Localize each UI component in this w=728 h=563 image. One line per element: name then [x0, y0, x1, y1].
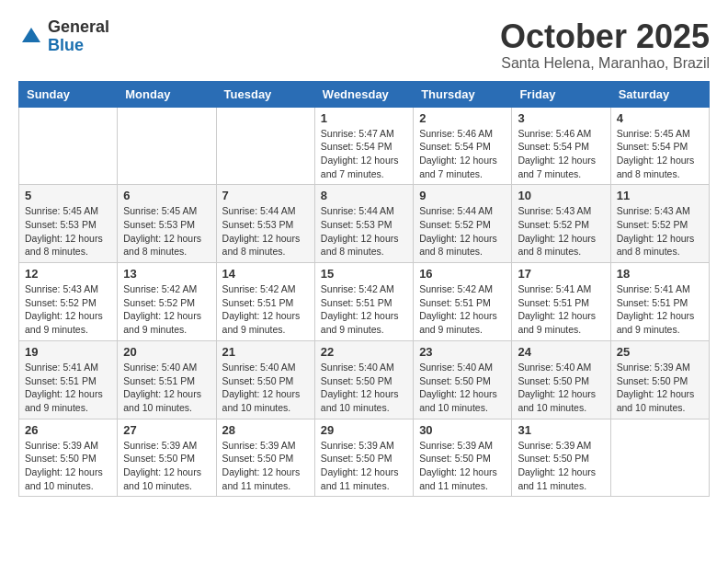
logo: General Blue [18, 18, 109, 55]
day-info: Sunrise: 5:39 AM Sunset: 5:50 PM Dayligh… [617, 361, 703, 415]
calendar-cell [610, 419, 709, 497]
day-number: 8 [321, 189, 407, 202]
calendar-cell: 9Sunrise: 5:44 AM Sunset: 5:52 PM Daylig… [414, 185, 512, 263]
calendar-cell: 24Sunrise: 5:40 AM Sunset: 5:50 PM Dayli… [512, 340, 610, 419]
location: Santa Helena, Maranhao, Brazil [500, 55, 710, 72]
calendar-cell: 29Sunrise: 5:39 AM Sunset: 5:50 PM Dayli… [314, 419, 413, 497]
calendar-week-row: 19Sunrise: 5:41 AM Sunset: 5:51 PM Dayli… [19, 340, 710, 419]
calendar-week-row: 26Sunrise: 5:39 AM Sunset: 5:50 PM Dayli… [19, 419, 710, 497]
day-info: Sunrise: 5:41 AM Sunset: 5:51 PM Dayligh… [518, 282, 604, 337]
month-title: October 2025 [500, 18, 710, 55]
calendar-cell: 11Sunrise: 5:43 AM Sunset: 5:52 PM Dayli… [610, 185, 709, 263]
day-header: Sunday [19, 81, 118, 107]
calendar-week-row: 1Sunrise: 5:47 AM Sunset: 5:54 PM Daylig… [19, 107, 710, 185]
day-number: 10 [518, 189, 604, 202]
calendar-cell: 30Sunrise: 5:39 AM Sunset: 5:50 PM Dayli… [414, 419, 512, 497]
day-info: Sunrise: 5:39 AM Sunset: 5:50 PM Dayligh… [419, 439, 506, 493]
calendar-cell: 1Sunrise: 5:47 AM Sunset: 5:54 PM Daylig… [314, 107, 413, 185]
day-number: 20 [123, 345, 210, 359]
day-info: Sunrise: 5:42 AM Sunset: 5:52 PM Dayligh… [123, 282, 210, 337]
day-number: 1 [321, 111, 407, 125]
day-number: 17 [518, 267, 604, 281]
day-info: Sunrise: 5:42 AM Sunset: 5:51 PM Dayligh… [222, 282, 309, 337]
day-header: Saturday [610, 81, 709, 107]
calendar-cell: 19Sunrise: 5:41 AM Sunset: 5:51 PM Dayli… [19, 340, 118, 419]
day-info: Sunrise: 5:39 AM Sunset: 5:50 PM Dayligh… [222, 439, 309, 493]
day-number: 27 [123, 423, 210, 437]
day-number: 25 [617, 345, 703, 359]
day-number: 12 [25, 267, 111, 281]
day-info: Sunrise: 5:41 AM Sunset: 5:51 PM Dayligh… [617, 282, 703, 337]
logo-blue: Blue [48, 37, 109, 55]
day-number: 2 [419, 111, 506, 125]
day-header: Monday [118, 81, 216, 107]
calendar-cell: 16Sunrise: 5:42 AM Sunset: 5:51 PM Dayli… [414, 263, 512, 341]
day-number: 22 [321, 345, 407, 359]
day-info: Sunrise: 5:43 AM Sunset: 5:52 PM Dayligh… [25, 282, 111, 337]
day-info: Sunrise: 5:39 AM Sunset: 5:50 PM Dayligh… [25, 439, 111, 493]
calendar-cell: 28Sunrise: 5:39 AM Sunset: 5:50 PM Dayli… [216, 419, 314, 497]
day-info: Sunrise: 5:45 AM Sunset: 5:53 PM Dayligh… [123, 204, 210, 259]
svg-marker-0 [22, 28, 40, 42]
calendar-cell: 12Sunrise: 5:43 AM Sunset: 5:52 PM Dayli… [19, 263, 118, 341]
logo-icon [18, 24, 44, 50]
day-number: 6 [123, 189, 210, 202]
day-info: Sunrise: 5:42 AM Sunset: 5:51 PM Dayligh… [321, 282, 407, 337]
day-number: 4 [617, 111, 703, 125]
day-number: 13 [123, 267, 210, 281]
day-info: Sunrise: 5:43 AM Sunset: 5:52 PM Dayligh… [518, 204, 604, 259]
day-info: Sunrise: 5:39 AM Sunset: 5:50 PM Dayligh… [518, 439, 604, 493]
day-info: Sunrise: 5:45 AM Sunset: 5:53 PM Dayligh… [25, 204, 111, 259]
day-number: 3 [518, 111, 604, 125]
day-number: 31 [518, 423, 604, 437]
calendar-cell: 18Sunrise: 5:41 AM Sunset: 5:51 PM Dayli… [610, 263, 709, 341]
day-info: Sunrise: 5:46 AM Sunset: 5:54 PM Dayligh… [419, 127, 506, 181]
day-info: Sunrise: 5:40 AM Sunset: 5:50 PM Dayligh… [222, 361, 309, 415]
day-number: 23 [419, 345, 506, 359]
day-number: 18 [617, 267, 703, 281]
calendar-cell: 5Sunrise: 5:45 AM Sunset: 5:53 PM Daylig… [19, 185, 118, 263]
day-number: 14 [222, 267, 309, 281]
logo-text: General Blue [48, 18, 109, 55]
calendar: SundayMondayTuesdayWednesdayThursdayFrid… [18, 81, 710, 498]
day-info: Sunrise: 5:46 AM Sunset: 5:54 PM Dayligh… [518, 127, 604, 181]
calendar-cell [19, 107, 118, 185]
day-info: Sunrise: 5:44 AM Sunset: 5:53 PM Dayligh… [321, 204, 407, 259]
day-info: Sunrise: 5:47 AM Sunset: 5:54 PM Dayligh… [321, 127, 407, 181]
day-number: 7 [222, 189, 309, 202]
day-info: Sunrise: 5:45 AM Sunset: 5:54 PM Dayligh… [617, 127, 703, 181]
calendar-cell: 31Sunrise: 5:39 AM Sunset: 5:50 PM Dayli… [512, 419, 610, 497]
day-number: 16 [419, 267, 506, 281]
day-info: Sunrise: 5:40 AM Sunset: 5:50 PM Dayligh… [419, 361, 506, 415]
day-header: Tuesday [216, 81, 314, 107]
calendar-cell: 2Sunrise: 5:46 AM Sunset: 5:54 PM Daylig… [414, 107, 512, 185]
calendar-cell: 6Sunrise: 5:45 AM Sunset: 5:53 PM Daylig… [118, 185, 216, 263]
calendar-week-row: 5Sunrise: 5:45 AM Sunset: 5:53 PM Daylig… [19, 185, 710, 263]
day-info: Sunrise: 5:40 AM Sunset: 5:51 PM Dayligh… [123, 361, 210, 415]
day-header: Friday [512, 81, 610, 107]
calendar-cell: 8Sunrise: 5:44 AM Sunset: 5:53 PM Daylig… [314, 185, 413, 263]
day-header: Wednesday [314, 81, 413, 107]
calendar-cell: 23Sunrise: 5:40 AM Sunset: 5:50 PM Dayli… [414, 340, 512, 419]
day-info: Sunrise: 5:44 AM Sunset: 5:53 PM Dayligh… [222, 204, 309, 259]
calendar-cell: 20Sunrise: 5:40 AM Sunset: 5:51 PM Dayli… [118, 340, 216, 419]
calendar-cell: 7Sunrise: 5:44 AM Sunset: 5:53 PM Daylig… [216, 185, 314, 263]
day-number: 30 [419, 423, 506, 437]
calendar-cell: 25Sunrise: 5:39 AM Sunset: 5:50 PM Dayli… [610, 340, 709, 419]
day-number: 11 [617, 189, 703, 202]
day-number: 24 [518, 345, 604, 359]
title-area: October 2025 Santa Helena, Maranhao, Bra… [500, 18, 710, 72]
calendar-cell: 15Sunrise: 5:42 AM Sunset: 5:51 PM Dayli… [314, 263, 413, 341]
calendar-cell: 22Sunrise: 5:40 AM Sunset: 5:50 PM Dayli… [314, 340, 413, 419]
calendar-cell: 10Sunrise: 5:43 AM Sunset: 5:52 PM Dayli… [512, 185, 610, 263]
day-number: 19 [25, 345, 111, 359]
page-header: General Blue October 2025 Santa Helena, … [18, 18, 710, 72]
calendar-cell [118, 107, 216, 185]
day-info: Sunrise: 5:40 AM Sunset: 5:50 PM Dayligh… [518, 361, 604, 415]
calendar-cell: 21Sunrise: 5:40 AM Sunset: 5:50 PM Dayli… [216, 340, 314, 419]
day-info: Sunrise: 5:40 AM Sunset: 5:50 PM Dayligh… [321, 361, 407, 415]
calendar-cell: 26Sunrise: 5:39 AM Sunset: 5:50 PM Dayli… [19, 419, 118, 497]
header-row: SundayMondayTuesdayWednesdayThursdayFrid… [19, 81, 710, 107]
calendar-body: 1Sunrise: 5:47 AM Sunset: 5:54 PM Daylig… [19, 107, 710, 497]
calendar-cell [216, 107, 314, 185]
